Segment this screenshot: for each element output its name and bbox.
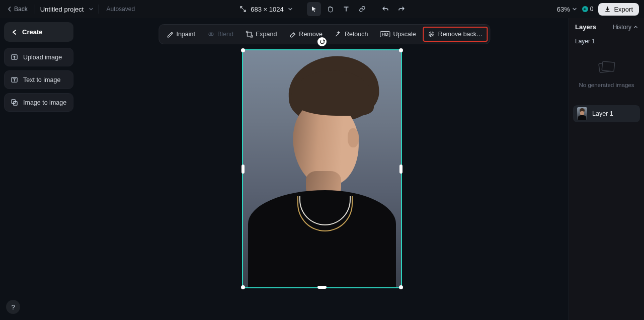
back-button[interactable]: Back <box>5 6 30 13</box>
chevron-down-icon <box>288 7 293 12</box>
remove-bg-icon <box>428 31 435 38</box>
layer-thumbnail <box>577 107 587 120</box>
export-button[interactable]: Export <box>598 3 639 16</box>
layer-item[interactable]: Layer 1 <box>573 105 640 122</box>
credits-display[interactable]: ✦ 0 <box>582 6 594 13</box>
separator <box>99 5 99 14</box>
active-layer-name[interactable]: Layer 1 <box>569 36 644 50</box>
dimensions-label: 683 × 1024 <box>251 6 283 13</box>
rotate-handle[interactable] <box>317 37 327 46</box>
text-tool[interactable] <box>339 2 353 16</box>
rotate-icon <box>319 39 325 45</box>
inpaint-button[interactable]: Inpaint <box>161 28 200 41</box>
generated-images-empty: No generated images <box>569 50 644 102</box>
chevron-left-icon <box>7 7 12 12</box>
select-tool[interactable] <box>307 2 321 16</box>
chevron-up-icon <box>633 25 638 29</box>
zoom-label: 63% <box>557 6 570 13</box>
download-icon <box>604 6 611 13</box>
separator <box>35 5 35 14</box>
empty-text: No generated images <box>579 82 634 88</box>
hand-tool[interactable] <box>323 2 337 16</box>
retouch-icon <box>335 31 342 38</box>
history-tab[interactable]: History <box>613 24 638 31</box>
autosave-status: Autosaved <box>106 6 135 13</box>
expand-icon <box>246 31 253 38</box>
resize-handle-bottom[interactable] <box>317 286 327 289</box>
upload-icon <box>11 53 18 61</box>
project-title[interactable]: Untitled project <box>40 6 84 13</box>
eraser-icon <box>289 31 296 38</box>
canvas-dimensions-button[interactable]: 683 × 1024 <box>235 4 296 15</box>
help-icon: ? <box>11 303 15 311</box>
text-to-image-label: Text to image <box>23 76 60 84</box>
layer-item-label: Layer 1 <box>592 110 613 117</box>
cursor-icon <box>310 6 317 13</box>
undo-icon <box>382 6 389 13</box>
export-label: Export <box>614 6 633 13</box>
resize-icon <box>239 6 247 13</box>
back-arrow-icon <box>11 29 18 36</box>
text-icon <box>343 6 350 13</box>
chevron-down-icon <box>572 7 577 12</box>
image-to-image-button[interactable]: Image to image <box>4 93 73 112</box>
expand-button[interactable]: Expand <box>240 28 282 41</box>
redo-icon <box>398 6 405 13</box>
svg-rect-6 <box>247 32 251 36</box>
zoom-button[interactable]: 63% <box>557 6 577 13</box>
credits-icon: ✦ <box>582 6 588 12</box>
redo-button[interactable] <box>394 2 409 16</box>
inpaint-icon <box>166 31 173 38</box>
back-label: Back <box>14 6 28 13</box>
hand-icon <box>327 6 334 13</box>
undo-button[interactable] <box>378 2 392 16</box>
upload-image-button[interactable]: Upload image <box>4 48 73 66</box>
selection-box[interactable] <box>242 49 402 288</box>
text-to-image-icon <box>11 76 18 84</box>
image-to-image-icon <box>11 99 18 106</box>
images-placeholder-icon <box>597 60 616 75</box>
link-tool[interactable] <box>355 2 369 16</box>
hd-icon: HD <box>380 31 390 37</box>
blend-icon <box>207 31 214 38</box>
svg-rect-9 <box>602 61 615 71</box>
image-to-image-label: Image to image <box>23 99 66 106</box>
retouch-button[interactable]: Retouch <box>330 28 373 41</box>
create-button[interactable]: Create <box>4 22 73 42</box>
canvas-area[interactable]: Inpaint Blend Expand Remove Retouch HD U… <box>80 18 569 320</box>
chevron-down-icon[interactable] <box>89 7 94 12</box>
link-icon <box>359 6 366 13</box>
resize-handle-right[interactable] <box>399 165 403 174</box>
layers-tab[interactable]: Layers <box>575 23 596 31</box>
credits-count: 0 <box>590 6 594 13</box>
create-label: Create <box>22 28 42 36</box>
help-button[interactable]: ? <box>6 300 20 314</box>
upscale-button[interactable]: HD Upscale <box>375 28 421 41</box>
remove-background-button[interactable]: Remove back… <box>423 27 488 42</box>
blend-button: Blend <box>202 28 238 41</box>
resize-handle-left[interactable] <box>242 165 245 174</box>
canvas-image[interactable] <box>243 50 401 287</box>
upload-label: Upload image <box>23 54 62 61</box>
text-to-image-button[interactable]: Text to image <box>4 70 73 89</box>
